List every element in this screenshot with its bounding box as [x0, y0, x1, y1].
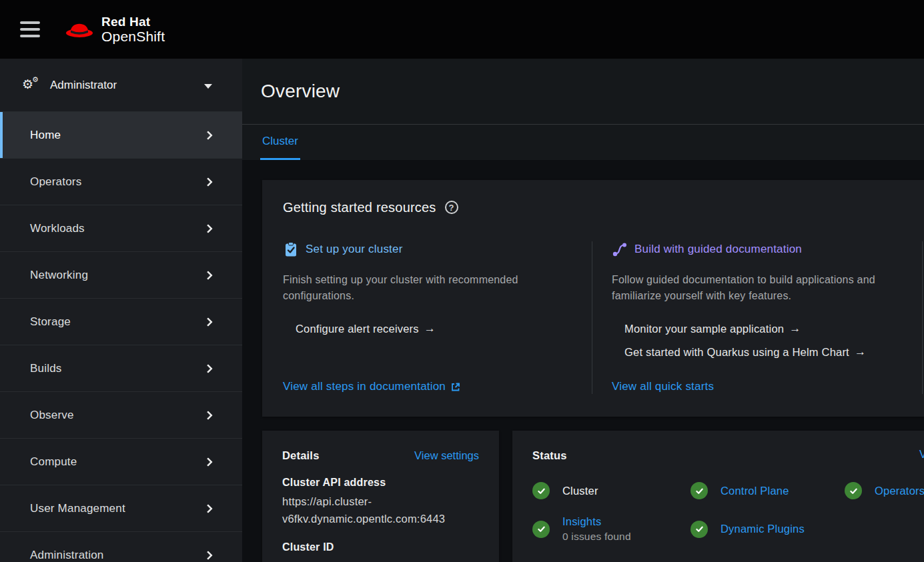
- monitor-sample-app-link[interactable]: Monitor your sample application: [624, 321, 922, 336]
- status-item-insights: Insights 0 issues found: [532, 515, 690, 543]
- link-label: Configure alert receivers: [296, 323, 419, 335]
- getting-started-column-setup: Set up your cluster Finish setting up yo…: [283, 241, 592, 394]
- chevron-right-icon: [203, 130, 213, 139]
- sidebar-item-operators[interactable]: Operators: [0, 158, 242, 205]
- arrow-right-icon: [424, 322, 436, 335]
- help-icon[interactable]: ?: [445, 201, 458, 214]
- cluster-api-address-value: https://api.cluster-v6fkv.dynamic.opentl…: [282, 493, 482, 527]
- sidebar-item-observe[interactable]: Observe: [0, 391, 242, 438]
- tab-label: Cluster: [262, 135, 298, 148]
- perspective-label: Administrator: [50, 79, 117, 92]
- masthead: Red Hat OpenShift: [0, 0, 924, 59]
- getting-started-column-guided-docs: Build with guided documentation Follow g…: [592, 241, 922, 394]
- cluster-api-address-label: Cluster API address: [282, 477, 479, 489]
- sidebar-item-storage[interactable]: Storage: [0, 298, 242, 345]
- check-circle-icon: [532, 521, 550, 538]
- link-label: Monitor your sample application: [624, 323, 784, 335]
- sidebar-item-label: Storage: [30, 315, 71, 329]
- sidebar-nav-list: Home Operators Workloads Networking Stor…: [0, 111, 242, 562]
- check-circle-icon: [690, 482, 708, 499]
- setup-cluster-description: Finish setting up your cluster with reco…: [283, 272, 576, 304]
- check-circle-icon: [690, 521, 708, 538]
- arrow-right-icon: [855, 345, 866, 359]
- tab-cluster[interactable]: Cluster: [260, 125, 300, 160]
- view-all-quick-starts-link[interactable]: View all quick starts: [612, 379, 922, 394]
- sidebar-item-networking[interactable]: Networking: [0, 251, 242, 298]
- chevron-right-icon: [203, 223, 213, 233]
- dynamic-plugins-link[interactable]: Dynamic Plugins: [721, 523, 805, 535]
- check-circle-icon: [532, 482, 550, 499]
- chevron-right-icon: [203, 457, 213, 466]
- red-hat-fedora-icon: [64, 17, 95, 42]
- tab-bar: Cluster: [242, 124, 924, 160]
- insights-issues-count: 0 issues found: [562, 531, 631, 543]
- sidebar-item-workloads[interactable]: Workloads: [0, 205, 242, 251]
- sidebar-item-home[interactable]: Home: [0, 111, 242, 158]
- link-label: View all steps in documentation: [283, 380, 446, 393]
- status-item-dynamic-plugins: Dynamic Plugins: [690, 515, 805, 543]
- sidebar-item-label: Observe: [30, 409, 74, 422]
- sidebar-item-administration[interactable]: Administration: [0, 531, 242, 562]
- external-link-icon: [450, 382, 460, 392]
- cluster-id-label: Cluster ID: [282, 541, 479, 553]
- getting-started-card: Getting started resources ? Set up you: [262, 180, 924, 417]
- check-circle-icon: [845, 482, 862, 499]
- sidebar-nav: Administrator Home Operators Workloads N…: [0, 59, 242, 562]
- brand-line2: OpenShift: [101, 29, 165, 45]
- sidebar-item-label: Builds: [30, 362, 62, 375]
- main-content: Overview Cluster Getting started resourc…: [242, 59, 924, 562]
- chevron-right-icon: [203, 363, 213, 373]
- caret-down-icon: [204, 84, 212, 89]
- sidebar-item-label: User Management: [30, 502, 125, 515]
- guided-docs-description: Follow guided documentation to build app…: [612, 272, 921, 304]
- link-label: View all quick starts: [612, 380, 714, 393]
- chevron-right-icon: [203, 503, 213, 513]
- page-title: Overview: [261, 81, 340, 102]
- status-card-action-link[interactable]: V: [919, 448, 924, 461]
- sidebar-item-builds[interactable]: Builds: [0, 345, 242, 391]
- details-card-title: Details: [282, 449, 320, 462]
- sidebar-item-label: Compute: [30, 455, 77, 469]
- view-settings-link[interactable]: View settings: [414, 449, 479, 462]
- hamburger-menu-icon[interactable]: [20, 21, 40, 37]
- sidebar-item-user-management[interactable]: User Management: [0, 485, 242, 531]
- status-card: Status V Cluster: [512, 431, 924, 562]
- chevron-right-icon: [203, 270, 213, 279]
- sidebar-item-label: Operators: [30, 175, 81, 189]
- perspective-switcher[interactable]: Administrator: [0, 59, 242, 111]
- route-icon: [612, 241, 628, 257]
- chevron-right-icon: [203, 410, 213, 419]
- column-divider: [922, 241, 923, 394]
- guided-docs-title: Build with guided documentation: [634, 243, 802, 256]
- status-item-control-plane: Control Plane: [690, 482, 845, 499]
- sidebar-item-label: Home: [30, 129, 61, 142]
- setup-cluster-title: Set up your cluster: [306, 243, 403, 256]
- sidebar-item-compute[interactable]: Compute: [0, 438, 242, 485]
- quarkus-helm-chart-link[interactable]: Get started with Quarkus using a Helm Ch…: [624, 345, 922, 359]
- sidebar-item-label: Workloads: [30, 222, 85, 235]
- operators-link[interactable]: Operators: [875, 485, 924, 497]
- page-content: Getting started resources ? Set up you: [242, 160, 924, 562]
- configure-alert-receivers-link[interactable]: Configure alert receivers: [296, 321, 592, 336]
- details-card: Details View settings Cluster API addres…: [262, 431, 499, 562]
- arrow-right-icon: [789, 322, 801, 335]
- sidebar-item-label: Administration: [30, 549, 104, 562]
- page-header: Overview: [242, 59, 924, 124]
- view-all-steps-link[interactable]: View all steps in documentation: [283, 379, 592, 394]
- status-item-cluster: Cluster: [532, 482, 690, 499]
- status-item-operators: Operators: [845, 482, 924, 499]
- chevron-right-icon: [203, 317, 213, 326]
- status-card-title: Status: [532, 449, 567, 462]
- insights-link[interactable]: Insights: [562, 515, 601, 527]
- control-plane-link[interactable]: Control Plane: [721, 485, 789, 497]
- sidebar-item-label: Networking: [30, 269, 88, 282]
- getting-started-title: Getting started resources: [283, 200, 436, 215]
- brand-logo[interactable]: Red Hat OpenShift: [64, 15, 165, 45]
- clipboard-check-icon: [283, 241, 299, 257]
- brand-line1: Red Hat: [101, 15, 165, 29]
- status-grid: Cluster Control Plane Oper: [532, 482, 924, 543]
- chevron-right-icon: [203, 177, 213, 186]
- status-label: Cluster: [562, 485, 598, 497]
- brand-text: Red Hat OpenShift: [101, 15, 165, 45]
- gears-icon: [22, 78, 39, 93]
